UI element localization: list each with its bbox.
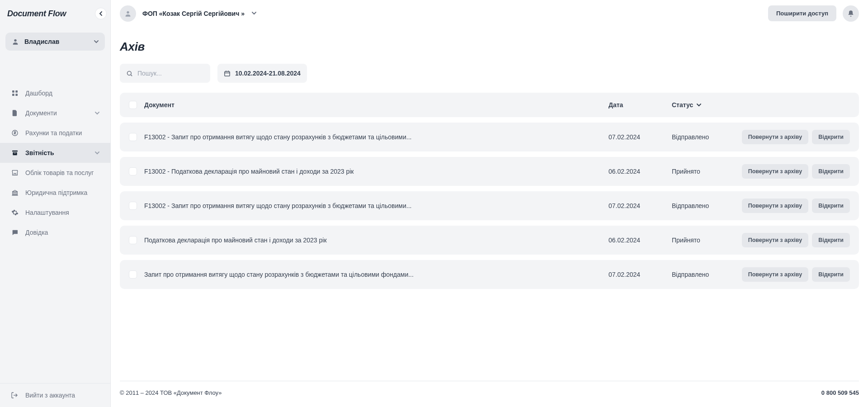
org-name: ФОП «Козак Сергій Сергійович » <box>142 10 245 17</box>
storefront-icon <box>11 169 19 176</box>
table-row: Податкова декларація про майновий стан і… <box>120 226 859 255</box>
row-checkbox[interactable] <box>129 167 137 175</box>
nav-item-label: Налаштування <box>25 209 99 216</box>
select-all-checkbox[interactable] <box>129 101 137 109</box>
row-checkbox[interactable] <box>129 270 137 279</box>
grid-icon <box>11 90 19 97</box>
page-title: Ахів <box>120 40 859 54</box>
file-icon <box>11 109 19 117</box>
chevron-down-icon <box>697 104 701 107</box>
nav-item-label: Дашборд <box>25 90 99 97</box>
logout-icon <box>11 392 19 399</box>
nav-item-5[interactable]: Юридична підтримка <box>0 183 110 203</box>
svg-rect-2 <box>15 90 18 93</box>
sidebar: Document Flow Владислав ДашбордДокументи… <box>0 0 111 407</box>
footer: © 2011 – 2024 ТОВ «Документ Флоу» 0 800 … <box>120 381 859 407</box>
svg-point-14 <box>127 11 129 13</box>
restore-button[interactable]: Повернути з архіву <box>742 267 809 282</box>
restore-button[interactable]: Повернути з архіву <box>742 164 809 179</box>
nav: ДашбордДокументиРахунки та податкиЗвітні… <box>0 56 110 383</box>
open-button[interactable]: Відкрити <box>812 130 850 144</box>
nav-item-2[interactable]: Рахунки та податки <box>0 123 110 143</box>
open-button[interactable]: Відкрити <box>812 233 850 247</box>
row-date: 07.02.2024 <box>609 133 672 141</box>
nav-item-4[interactable]: Облік товарів та послуг <box>0 163 110 183</box>
dollar-icon <box>11 129 19 137</box>
row-checkbox[interactable] <box>129 236 137 244</box>
nav-item-label: Облік товарів та послуг <box>25 169 99 176</box>
nav-item-0[interactable]: Дашборд <box>0 83 110 103</box>
app-logo: Document Flow <box>7 9 66 19</box>
copyright: © 2011 – 2024 ТОВ «Документ Флоу» <box>120 389 222 396</box>
restore-button[interactable]: Повернути з архіву <box>742 130 809 144</box>
nav-item-3[interactable]: Звітність <box>0 143 110 163</box>
col-header-status[interactable]: Статус <box>672 101 740 109</box>
row-document: Запит про отримання витягу щодо стану ро… <box>144 271 609 278</box>
search-icon <box>126 70 133 77</box>
search-box[interactable] <box>120 64 210 83</box>
user-menu[interactable]: Владислав <box>5 33 105 51</box>
open-button[interactable]: Відкрити <box>812 164 850 179</box>
topbar: ФОП «Козак Сергій Сергійович » Поширити … <box>111 0 868 27</box>
row-status: Прийнято <box>672 237 740 244</box>
gear-icon <box>11 209 19 216</box>
row-date: 06.02.2024 <box>609 237 672 244</box>
row-document: Податкова декларація про майновий стан і… <box>144 237 609 244</box>
chevron-down-icon <box>94 40 99 43</box>
row-checkbox[interactable] <box>129 202 137 210</box>
sidebar-collapse-button[interactable] <box>95 8 107 19</box>
user-name: Владислав <box>24 38 89 45</box>
row-document: F13002 - Запит про отримання витягу щодо… <box>144 202 609 209</box>
row-date: 06.02.2024 <box>609 168 672 175</box>
calendar-icon <box>224 70 231 77</box>
svg-rect-1 <box>12 90 14 93</box>
table-body: F13002 - Запит про отримання витягу щодо… <box>120 123 859 294</box>
row-date: 07.02.2024 <box>609 271 672 278</box>
svg-rect-4 <box>15 94 18 96</box>
nav-item-label: Юридична підтримка <box>25 189 99 196</box>
open-button[interactable]: Відкрити <box>812 267 850 282</box>
row-status: Прийнято <box>672 168 740 175</box>
filters: 10.02.2024-21.08.2024 <box>120 64 859 83</box>
chevron-left-icon <box>99 11 103 16</box>
restore-button[interactable]: Повернути з архіву <box>742 233 809 247</box>
row-date: 07.02.2024 <box>609 202 672 209</box>
date-range-value: 10.02.2024-21.08.2024 <box>235 70 301 77</box>
share-access-button[interactable]: Поширити доступ <box>768 5 836 21</box>
search-input[interactable] <box>137 70 217 77</box>
org-avatar <box>120 5 136 22</box>
row-checkbox[interactable] <box>129 133 137 141</box>
row-document: F13002 - Запит про отримання витягу щодо… <box>144 133 609 141</box>
chevron-down-icon <box>95 151 99 155</box>
logout-button[interactable]: Вийти з аккаунта <box>0 383 110 407</box>
chat-icon <box>11 229 19 236</box>
row-document: F13002 - Податкова декларація про майнов… <box>144 168 609 175</box>
notifications-button[interactable] <box>843 5 859 22</box>
open-button[interactable]: Відкрити <box>812 199 850 213</box>
svg-rect-7 <box>14 153 16 153</box>
row-status: Відправлено <box>672 202 740 209</box>
nav-item-label: Документи <box>25 109 89 117</box>
nav-item-1[interactable]: Документи <box>0 103 110 123</box>
org-dropdown-icon[interactable] <box>252 12 256 15</box>
nav-item-label: Звітність <box>25 149 89 156</box>
archive-icon <box>11 149 19 156</box>
row-status: Відправлено <box>672 271 740 278</box>
table-row: Запит про отримання витягу щодо стану ро… <box>120 260 859 289</box>
svg-rect-3 <box>12 94 14 96</box>
date-range-picker[interactable]: 10.02.2024-21.08.2024 <box>217 64 307 83</box>
bell-icon <box>847 10 854 17</box>
main: ФОП «Козак Сергій Сергійович » Поширити … <box>111 0 868 407</box>
restore-button[interactable]: Повернути з архіву <box>742 199 809 213</box>
nav-item-label: Рахунки та податки <box>25 129 99 137</box>
nav-item-7[interactable]: Довідка <box>0 222 110 242</box>
table-header: Документ Дата Статус <box>120 93 859 117</box>
table-row: F13002 - Запит про отримання витягу щодо… <box>120 191 859 220</box>
user-icon <box>12 38 19 45</box>
nav-item-6[interactable]: Налаштування <box>0 203 110 222</box>
table-row: F13002 - Податкова декларація про майнов… <box>120 157 859 186</box>
svg-rect-17 <box>225 71 230 76</box>
content: Ахів 10.02.2024-21.08.2024 Документ Дата… <box>111 27 868 407</box>
nav-item-label: Довідка <box>25 229 99 236</box>
col-header-date: Дата <box>609 101 672 109</box>
